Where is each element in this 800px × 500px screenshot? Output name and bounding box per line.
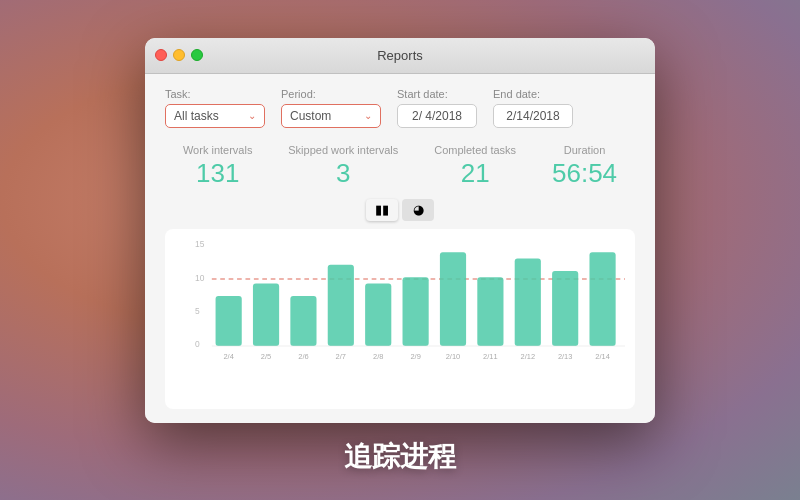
task-label: Task: [165, 88, 265, 100]
minimize-button[interactable] [173, 49, 185, 61]
duration-label: Duration [564, 144, 606, 156]
svg-text:15: 15 [195, 239, 205, 249]
task-group: Task: All tasks ⌄ [165, 88, 265, 128]
svg-rect-25 [589, 252, 615, 346]
svg-rect-9 [290, 296, 316, 346]
work-intervals-value: 131 [196, 158, 239, 189]
svg-rect-21 [515, 258, 541, 346]
titlebar: Reports [145, 38, 655, 74]
subtitle: 追踪进程 [0, 438, 800, 476]
skipped-stat: Skipped work intervals 3 [288, 144, 398, 189]
work-intervals-stat: Work intervals 131 [183, 144, 252, 189]
close-button[interactable] [155, 49, 167, 61]
svg-text:2/4: 2/4 [223, 351, 234, 360]
start-date-group: Start date: [397, 88, 477, 128]
svg-text:2/12: 2/12 [521, 351, 536, 360]
duration-value: 56:54 [552, 158, 617, 189]
completed-value: 21 [461, 158, 490, 189]
start-date-input[interactable] [397, 104, 477, 128]
work-intervals-label: Work intervals [183, 144, 252, 156]
task-value: All tasks [174, 109, 219, 123]
svg-text:2/6: 2/6 [298, 351, 308, 360]
chart-toggle: ▮▮ ◕ [165, 199, 635, 221]
svg-text:0: 0 [195, 338, 200, 348]
skipped-value: 3 [336, 158, 350, 189]
window-title: Reports [377, 48, 423, 63]
svg-rect-19 [477, 277, 503, 346]
svg-text:2/11: 2/11 [483, 351, 498, 360]
app-window: Reports Task: All tasks ⌄ Period: Custom… [145, 38, 655, 423]
start-date-label: Start date: [397, 88, 477, 100]
svg-rect-5 [216, 296, 242, 346]
period-value: Custom [290, 109, 331, 123]
svg-text:5: 5 [195, 305, 200, 315]
end-date-input[interactable] [493, 104, 573, 128]
svg-text:2/13: 2/13 [558, 351, 573, 360]
svg-text:2/9: 2/9 [410, 351, 420, 360]
svg-rect-11 [328, 264, 354, 345]
controls-row: Task: All tasks ⌄ Period: Custom ⌄ Start… [165, 88, 635, 128]
bar-chart-icon: ▮▮ [375, 202, 389, 217]
svg-rect-17 [440, 252, 466, 346]
svg-rect-15 [403, 277, 429, 346]
period-dropdown[interactable]: Custom ⌄ [281, 104, 381, 128]
end-date-label: End date: [493, 88, 573, 100]
svg-text:2/5: 2/5 [261, 351, 271, 360]
svg-rect-23 [552, 271, 578, 346]
completed-stat: Completed tasks 21 [434, 144, 516, 189]
task-chevron-icon: ⌄ [248, 110, 256, 121]
svg-text:2/7: 2/7 [336, 351, 346, 360]
end-date-group: End date: [493, 88, 573, 128]
stats-row: Work intervals 131 Skipped work interval… [165, 144, 635, 189]
fullscreen-button[interactable] [191, 49, 203, 61]
period-group: Period: Custom ⌄ [281, 88, 381, 128]
chart-area: 15 10 5 0 2/4 2/5 2/6 [165, 229, 635, 409]
main-content: Task: All tasks ⌄ Period: Custom ⌄ Start… [145, 74, 655, 423]
task-dropdown[interactable]: All tasks ⌄ [165, 104, 265, 128]
skipped-label: Skipped work intervals [288, 144, 398, 156]
completed-label: Completed tasks [434, 144, 516, 156]
period-chevron-icon: ⌄ [364, 110, 372, 121]
pie-chart-toggle[interactable]: ◕ [402, 199, 434, 221]
pie-chart-icon: ◕ [413, 202, 424, 217]
svg-text:10: 10 [195, 272, 205, 282]
duration-stat: Duration 56:54 [552, 144, 617, 189]
svg-text:2/8: 2/8 [373, 351, 383, 360]
svg-rect-13 [365, 283, 391, 346]
bar-chart-svg: 15 10 5 0 2/4 2/5 2/6 [195, 239, 625, 379]
period-label: Period: [281, 88, 381, 100]
svg-text:2/14: 2/14 [595, 351, 610, 360]
svg-rect-7 [253, 283, 279, 346]
traffic-lights [155, 49, 203, 61]
svg-text:2/10: 2/10 [446, 351, 461, 360]
bar-chart-toggle[interactable]: ▮▮ [366, 199, 398, 221]
